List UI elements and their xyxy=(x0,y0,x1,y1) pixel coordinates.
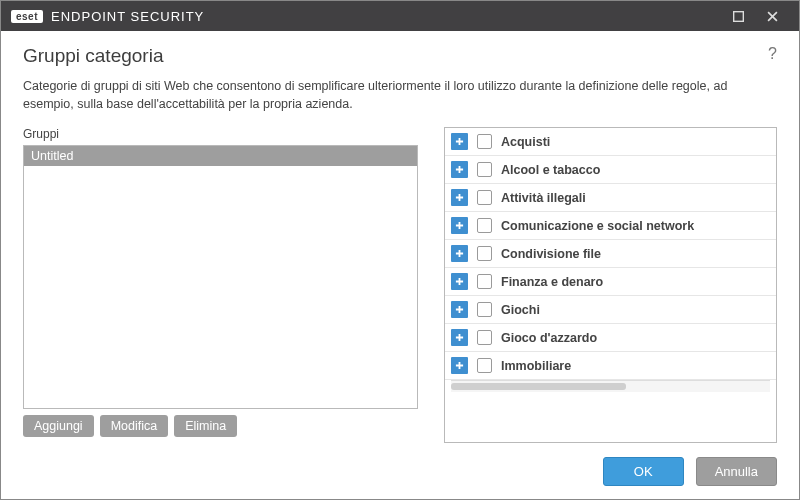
category-checkbox[interactable] xyxy=(477,134,492,149)
columns: Gruppi Untitled Aggiungi Modifica Elimin… xyxy=(23,127,777,443)
maximize-button[interactable] xyxy=(721,1,755,31)
category-row[interactable]: Gioco d'azzardo xyxy=(445,324,776,352)
expand-icon[interactable] xyxy=(451,133,468,150)
expand-icon[interactable] xyxy=(451,217,468,234)
category-label: Immobiliare xyxy=(501,359,571,373)
titlebar: eset ENDPOINT SECURITY xyxy=(1,1,799,31)
expand-icon[interactable] xyxy=(451,189,468,206)
close-icon xyxy=(767,11,778,22)
close-button[interactable] xyxy=(755,1,789,31)
category-row[interactable]: Alcool e tabacco xyxy=(445,156,776,184)
category-checkbox[interactable] xyxy=(477,218,492,233)
category-label: Gioco d'azzardo xyxy=(501,331,597,345)
expand-icon[interactable] xyxy=(451,357,468,374)
groups-panel: Gruppi Untitled Aggiungi Modifica Elimin… xyxy=(23,127,418,443)
brand-text: ENDPOINT SECURITY xyxy=(51,9,204,24)
square-icon xyxy=(733,11,744,22)
category-checkbox[interactable] xyxy=(477,274,492,289)
category-label: Alcool e tabacco xyxy=(501,163,600,177)
groups-actions: Aggiungi Modifica Elimina xyxy=(23,415,418,437)
add-button[interactable]: Aggiungi xyxy=(23,415,94,437)
category-checkbox[interactable] xyxy=(477,162,492,177)
category-label: Acquisti xyxy=(501,135,550,149)
expand-icon[interactable] xyxy=(451,301,468,318)
edit-button[interactable]: Modifica xyxy=(100,415,169,437)
horizontal-scrollbar[interactable] xyxy=(451,380,770,392)
cancel-button[interactable]: Annulla xyxy=(696,457,777,486)
category-label: Condivisione file xyxy=(501,247,601,261)
brand-badge: eset xyxy=(11,10,43,23)
category-row[interactable]: Acquisti xyxy=(445,128,776,156)
category-label: Giochi xyxy=(501,303,540,317)
category-checkbox[interactable] xyxy=(477,330,492,345)
category-label: Comunicazione e social network xyxy=(501,219,694,233)
svg-rect-0 xyxy=(733,11,743,21)
expand-icon[interactable] xyxy=(451,273,468,290)
category-checkbox[interactable] xyxy=(477,246,492,261)
categories-panel: AcquistiAlcool e tabaccoAttività illegal… xyxy=(444,127,777,443)
categories-box: AcquistiAlcool e tabaccoAttività illegal… xyxy=(444,127,777,443)
page-description: Categorie di gruppi di siti Web che cons… xyxy=(23,77,777,113)
content-area: ? Gruppi categoria Categorie di gruppi d… xyxy=(1,31,799,443)
expand-icon[interactable] xyxy=(451,161,468,178)
category-row[interactable]: Giochi xyxy=(445,296,776,324)
groups-listbox[interactable]: Untitled xyxy=(23,145,418,409)
categories-list[interactable]: AcquistiAlcool e tabaccoAttività illegal… xyxy=(445,128,776,442)
category-checkbox[interactable] xyxy=(477,190,492,205)
list-item[interactable]: Untitled xyxy=(24,146,417,166)
category-row[interactable]: Attività illegali xyxy=(445,184,776,212)
help-button[interactable]: ? xyxy=(768,45,777,63)
page-title: Gruppi categoria xyxy=(23,45,777,67)
app-window: eset ENDPOINT SECURITY ? Gruppi categori… xyxy=(0,0,800,500)
expand-icon[interactable] xyxy=(451,245,468,262)
category-checkbox[interactable] xyxy=(477,358,492,373)
category-label: Attività illegali xyxy=(501,191,586,205)
category-row[interactable]: Immobiliare xyxy=(445,352,776,380)
groups-label: Gruppi xyxy=(23,127,418,141)
expand-icon[interactable] xyxy=(451,329,468,346)
category-row[interactable]: Comunicazione e social network xyxy=(445,212,776,240)
dialog-footer: OK Annulla xyxy=(1,443,799,499)
ok-button[interactable]: OK xyxy=(603,457,684,486)
category-row[interactable]: Condivisione file xyxy=(445,240,776,268)
category-label: Finanza e denaro xyxy=(501,275,603,289)
delete-button[interactable]: Elimina xyxy=(174,415,237,437)
category-row[interactable]: Finanza e denaro xyxy=(445,268,776,296)
category-checkbox[interactable] xyxy=(477,302,492,317)
